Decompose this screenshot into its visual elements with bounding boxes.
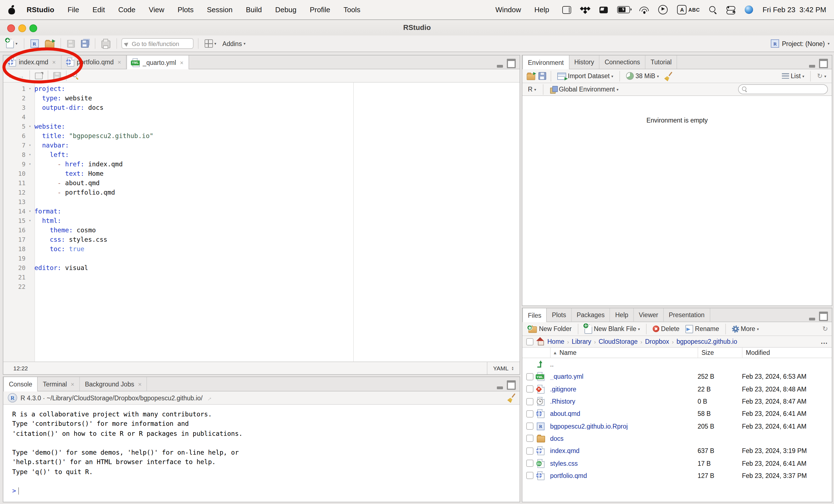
code-line[interactable]: 17 css: styles.css [3,235,520,244]
close-tab-icon[interactable]: × [52,59,56,65]
code-line[interactable]: 14▾format: [3,207,520,216]
file-row-about-qmd[interactable]: about.qmd58 BFeb 23, 2024, 6:41 AM [522,408,832,420]
file-mode-selector[interactable]: YAML ▲▼ [487,362,520,374]
memory-usage-button[interactable]: 38 MiB ▾ [624,71,661,81]
tab-connections[interactable]: Connections [600,56,646,69]
tab-tutorial[interactable]: Tutorial [646,56,677,69]
open-in-new-window-icon[interactable] [35,72,43,79]
code-line[interactable]: 3 output-dir: docs [3,103,520,113]
code-line[interactable]: 9▾ - href: index.qmd [3,160,520,169]
file-row-portfolio-qmd[interactable]: portfolio.qmd127 BFeb 23, 2024, 3:37 PM [522,469,832,482]
breadcrumb-cloudstorage[interactable]: CloudStorage [599,338,638,345]
file-name-link[interactable]: bgpopescu2.github.io.Rproj [550,423,698,430]
file-checkbox[interactable] [526,385,533,393]
file-row-gitignore[interactable]: .gitignore22 BFeb 23, 2024, 8:48 AM [522,383,832,395]
menu-profile[interactable]: Profile [310,5,330,14]
env-view-mode-button[interactable]: List ▾ [780,71,806,81]
find-replace-icon[interactable] [71,72,79,79]
code-line[interactable]: 22 [3,282,520,292]
addins-button[interactable]: Addins ▾ [221,39,247,48]
new-blank-file-button[interactable]: New Blank File ▾ [583,323,642,335]
menu-session[interactable]: Session [207,5,233,14]
file-checkbox[interactable] [526,410,533,417]
code-line[interactable]: 7▾ navbar: [3,141,520,150]
fold-arrow-icon[interactable]: ▾ [25,122,35,131]
console-popout-icon[interactable]: → [204,393,213,402]
file-row-docs[interactable]: docs [522,433,832,445]
forward-icon[interactable]: → [18,72,24,79]
menu-window[interactable]: Window [496,5,521,14]
code-line[interactable]: 4 [3,113,520,122]
file-name-link[interactable]: portfolio.qmd [550,473,698,479]
cursor-position[interactable]: 12:22 [3,365,28,372]
file-checkbox[interactable] [526,460,533,467]
clear-environment-broom-icon[interactable] [665,72,672,80]
select-all-checkbox[interactable] [526,338,533,345]
code-line[interactable]: 11 - about.qmd [3,178,520,188]
code-editor[interactable]: 1▾project:2 type: website3 output-dir: d… [3,83,520,361]
project-selector[interactable]: R Project: (None) ▾ [771,39,830,48]
file-name-link[interactable]: .. [550,361,698,368]
file-row-styles-css[interactable]: cssstyles.css17 BFeb 23, 2024, 6:41 AM [522,457,832,469]
fold-arrow-icon[interactable]: ▾ [25,141,35,150]
tab-plots[interactable]: Plots [547,308,572,322]
code-line[interactable]: 2 type: website [3,94,520,103]
file-name-link[interactable]: .gitignore [550,386,698,392]
fold-arrow-icon[interactable]: ▾ [25,216,35,226]
tab-background-jobs[interactable]: Background Jobs× [80,377,147,391]
clear-console-broom-icon[interactable] [507,394,515,402]
load-workspace-icon[interactable] [527,73,535,80]
minimize-pane-icon[interactable] [497,65,503,68]
code-line[interactable]: 13 [3,197,520,207]
breadcrumb-library[interactable]: Library [572,338,591,345]
wifi-icon[interactable] [640,6,649,13]
apple-menu-icon[interactable] [8,5,16,14]
menu-tools[interactable]: Tools [344,5,360,14]
file-name-link[interactable]: index.qmd [550,447,698,454]
menu-help[interactable]: Help [534,5,549,14]
file-row-quarto-yml[interactable]: YML_quarto.yml252 BFeb 23, 2024, 6:53 AM [522,371,832,383]
code-line[interactable]: 6 title: "bgpopescu2.github.io" [3,131,520,141]
editor-save-icon[interactable] [53,72,61,80]
new-file-button[interactable]: ▾ [4,38,19,49]
tidal-icon[interactable] [581,6,590,13]
input-icon[interactable]: AABC [677,5,700,15]
file-checkbox[interactable] [526,398,533,405]
breadcrumb-dropbox[interactable]: Dropbox [645,338,669,345]
code-line[interactable]: 5▾website: [3,122,520,131]
menu-code[interactable]: Code [118,5,135,14]
scope-selector[interactable]: Global Environment ▾ [548,85,620,94]
environment-search-box[interactable] [738,84,828,94]
play-icon[interactable] [658,5,668,15]
file-row-rhistory[interactable]: .Rhistory0 BFeb 23, 2024, 8:47 AM [522,395,832,408]
menu-build[interactable]: Build [246,5,262,14]
control-center-icon[interactable] [726,6,735,14]
maximize-pane-icon[interactable] [507,59,516,68]
more-button[interactable]: More ▾ [730,324,761,333]
print-button[interactable] [100,38,112,49]
language-selector[interactable]: R ▾ [526,85,538,94]
new-file-caret-icon[interactable]: ▾ [16,42,18,45]
save-workspace-icon[interactable] [539,72,546,80]
close-tab-icon[interactable]: × [180,59,183,66]
save-button[interactable] [65,39,76,48]
menu-view[interactable]: View [149,5,164,14]
breadcrumb-bgpopescu2-github-io[interactable]: bgpopescu2.github.io [677,338,737,345]
menubar-clock[interactable]: Fri Feb 23 3:42 PM [763,5,826,14]
tab-history[interactable]: History [569,56,600,69]
close-tab-icon[interactable]: × [71,381,74,387]
file-name-link[interactable]: docs [550,435,698,442]
file-name-link[interactable]: about.qmd [550,411,698,417]
minimize-pane-icon[interactable] [809,65,815,68]
tab-console[interactable]: Console [3,377,38,391]
refresh-files-icon[interactable]: ↻ [822,326,828,332]
refresh-environment-button[interactable]: ↻ ▾ [815,71,828,81]
code-line[interactable]: 15▾ html: [3,216,520,226]
window-titlebar[interactable]: RStudio [0,20,834,36]
console-prompt-line[interactable]: > [12,486,520,496]
environment-search-input[interactable] [750,85,827,93]
display-icon[interactable] [600,6,608,13]
column-header-modified[interactable]: Modified [742,348,832,358]
open-file-button[interactable] [43,38,56,49]
import-dataset-button[interactable]: Import Dataset ▾ [556,71,615,81]
